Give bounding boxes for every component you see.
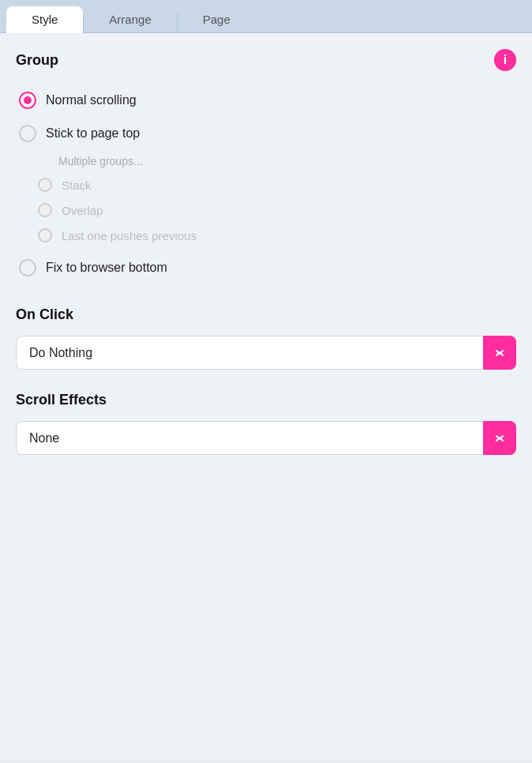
sub-radio-label-last-one-pushes: Last one pushes previous (62, 229, 197, 242)
group-radio-group: Normal scrolling Stick to page top Multi… (16, 84, 516, 284)
sub-radio-overlap: Overlap (28, 197, 516, 223)
scroll-effects-section: Scroll Effects None Parallax Fade Zoom (16, 392, 516, 455)
radio-normal-scrolling[interactable]: Normal scrolling (16, 84, 516, 117)
sub-radio-stack: Stack (28, 172, 516, 197)
radio-circle-fix-to-browser-bottom (19, 259, 36, 276)
sub-radio-circle-last-one-pushes (38, 228, 52, 242)
radio-stick-to-page-top[interactable]: Stick to page top (16, 117, 516, 150)
group-section-title: Group (16, 52, 58, 69)
sub-radio-label-stack: Stack (62, 179, 92, 192)
info-icon[interactable]: i (494, 49, 516, 71)
group-section-header: Group i (16, 49, 516, 71)
radio-label-stick-to-page-top: Stick to page top (46, 126, 140, 141)
radio-circle-stick-to-page-top (19, 125, 36, 142)
scroll-effects-section-header: Scroll Effects (16, 392, 516, 408)
on-click-section-title: On Click (16, 306, 73, 323)
group-section: Group i Normal scrolling Stick to page t… (16, 49, 516, 284)
sub-options-group: Multiple groups... Stack Overlap Last on… (28, 152, 516, 248)
on-click-section: On Click Do Nothing Go to page Open URL … (16, 306, 516, 370)
sub-options-label: Multiple groups... (28, 152, 516, 172)
on-click-dropdown-wrapper: Do Nothing Go to page Open URL Scroll to… (16, 336, 516, 370)
radio-circle-normal-scrolling (19, 92, 36, 109)
sub-radio-circle-overlap (38, 203, 52, 217)
radio-label-fix-to-browser-bottom: Fix to browser bottom (46, 261, 167, 275)
tab-style[interactable]: Style (6, 6, 83, 32)
radio-fix-to-browser-bottom[interactable]: Fix to browser bottom (16, 251, 516, 284)
sub-radio-last-one-pushes: Last one pushes previous (28, 223, 516, 248)
tab-page[interactable]: Page (178, 6, 256, 32)
on-click-dropdown[interactable]: Do Nothing Go to page Open URL Scroll to… (16, 336, 516, 370)
tab-bar: Style Arrange Page (0, 0, 532, 33)
sub-radio-circle-stack (38, 178, 52, 192)
scroll-effects-section-title: Scroll Effects (16, 392, 107, 408)
scroll-effects-dropdown[interactable]: None Parallax Fade Zoom (16, 421, 516, 455)
sub-radio-label-overlap: Overlap (62, 204, 103, 217)
tab-arrange[interactable]: Arrange (84, 6, 176, 32)
scroll-effects-dropdown-wrapper: None Parallax Fade Zoom (16, 421, 516, 455)
main-content: Group i Normal scrolling Stick to page t… (0, 33, 532, 761)
on-click-section-header: On Click (16, 306, 516, 323)
radio-label-normal-scrolling: Normal scrolling (46, 93, 137, 107)
